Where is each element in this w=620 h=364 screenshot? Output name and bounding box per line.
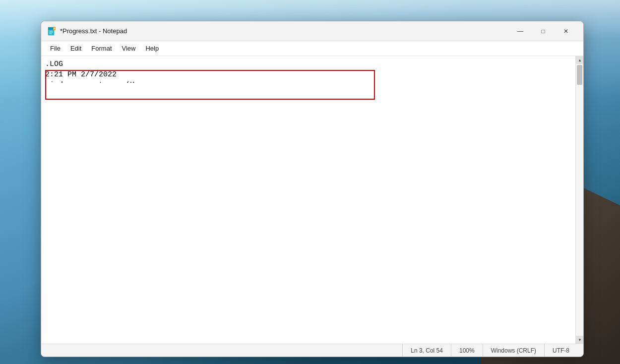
menu-file[interactable]: File [45,43,65,54]
notepad-window: *Progress.txt - Notepad — □ ✕ File Edit … [41,21,584,357]
minimize-button[interactable]: — [509,23,532,39]
notepad-app-icon [47,27,56,36]
zoom-level: 100% [451,344,483,357]
status-bar: Ln 3, Col 54 100% Windows (CRLF) UTF-8 [41,344,583,357]
menu-bar: File Edit Format View Help [41,41,583,56]
cursor-position: Ln 3, Col 54 [402,344,451,357]
encoding: UTF-8 [544,344,577,357]
close-button[interactable]: ✕ [555,23,577,39]
maximize-button[interactable]: □ [532,23,555,39]
menu-format[interactable]: Format [86,43,117,54]
vertical-scrollbar: ▲ ▼ [575,56,583,344]
line-ending: Windows (CRLF) [483,344,544,357]
text-area-container: .LOG 2:21 PM 2/7/2022 windowsreport.com … [41,56,583,344]
menu-help[interactable]: Help [140,43,164,54]
scroll-track[interactable] [576,64,583,336]
scroll-down-button[interactable]: ▼ [576,336,583,344]
text-editor[interactable]: .LOG 2:21 PM 2/7/2022 windowsreport.com … [41,56,146,83]
window-title: *Progress.txt - Notepad [60,27,509,35]
menu-view[interactable]: View [117,43,141,54]
window-controls: — □ ✕ [509,23,577,39]
scroll-up-button[interactable]: ▲ [576,56,583,64]
scroll-thumb[interactable] [577,65,582,85]
title-bar: *Progress.txt - Notepad — □ ✕ [41,21,583,41]
menu-edit[interactable]: Edit [65,43,86,54]
